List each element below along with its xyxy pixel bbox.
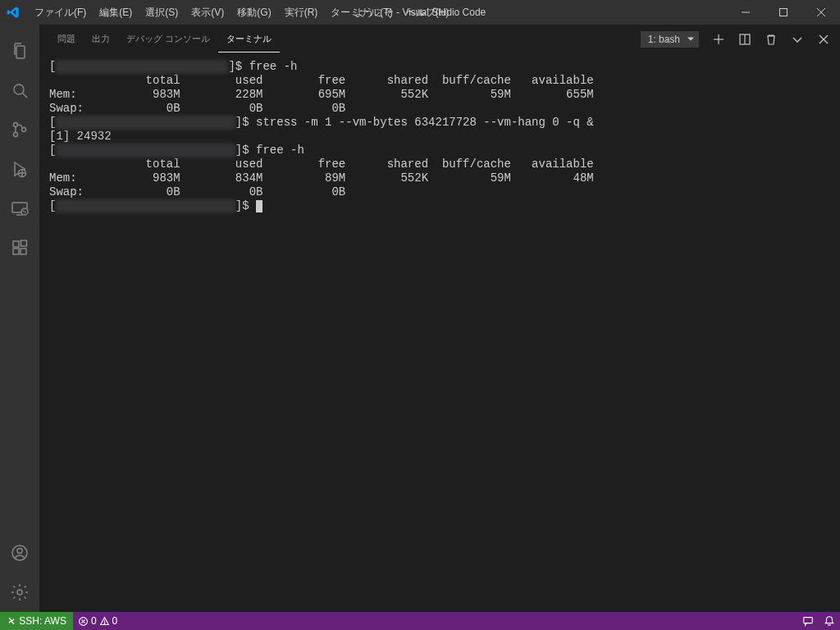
feedback-icon[interactable] xyxy=(797,615,819,627)
panel-actions: 1: bash xyxy=(641,33,830,46)
remote-explorer-icon[interactable] xyxy=(0,189,39,228)
svg-rect-16 xyxy=(13,249,19,254)
menu-run[interactable]: 実行(R) xyxy=(278,2,325,24)
vscode-logo-icon xyxy=(7,6,20,19)
terminal-select-value: 1: bash xyxy=(641,31,699,48)
explorer-icon[interactable] xyxy=(0,31,39,71)
search-icon[interactable] xyxy=(0,71,39,110)
panel-tabs: 問題 出力 デバッグ コンソール ターミナル xyxy=(49,26,280,52)
menu-edit[interactable]: 編集(E) xyxy=(93,2,139,24)
terminal-cursor xyxy=(256,200,262,212)
redacted-host: . xyxy=(56,60,228,74)
status-bar: SSH: AWS 0 0 xyxy=(0,612,840,630)
terminal-select[interactable]: 1: bash xyxy=(641,33,699,45)
panel-area: 問題 出力 デバッグ コンソール ターミナル 1: bash xyxy=(39,25,840,612)
terminal-body[interactable]: [ .]$ free -h total used free shared buf… xyxy=(39,53,840,612)
tab-problems[interactable]: 問題 xyxy=(49,26,84,52)
menu-view[interactable]: 表示(V) xyxy=(185,2,231,24)
svg-point-20 xyxy=(17,549,22,554)
svg-point-4 xyxy=(14,84,24,94)
svg-point-14 xyxy=(21,208,28,215)
svg-line-5 xyxy=(23,94,28,98)
run-debug-icon[interactable] xyxy=(0,149,39,189)
problems-status[interactable]: 0 0 xyxy=(73,615,122,627)
error-count: 0 xyxy=(91,615,97,627)
window-controls xyxy=(727,0,840,25)
kill-terminal-icon[interactable] xyxy=(765,33,778,46)
accounts-icon[interactable] xyxy=(0,533,39,573)
svg-point-32 xyxy=(104,623,105,623)
new-terminal-icon[interactable] xyxy=(712,33,725,46)
split-terminal-icon[interactable] xyxy=(738,33,751,46)
svg-rect-33 xyxy=(804,618,813,623)
titlebar: ファイル(F) 編集(E) 選択(S) 表示(V) 移動(G) 実行(R) ター… xyxy=(0,0,840,25)
svg-point-6 xyxy=(14,123,18,127)
remote-icon xyxy=(7,616,16,626)
menu-file[interactable]: ファイル(F) xyxy=(28,2,93,24)
maximize-button[interactable] xyxy=(765,0,802,25)
notifications-icon[interactable] xyxy=(819,615,840,627)
svg-rect-1 xyxy=(780,9,788,16)
chevron-down-icon[interactable] xyxy=(791,33,804,46)
warning-icon xyxy=(99,616,110,627)
remote-label: SSH: AWS xyxy=(19,615,66,627)
settings-gear-icon[interactable] xyxy=(0,573,39,612)
close-button[interactable] xyxy=(802,0,840,25)
redacted-host xyxy=(56,199,235,213)
svg-point-8 xyxy=(22,128,26,132)
svg-point-7 xyxy=(14,133,18,137)
redacted-host xyxy=(56,116,235,130)
redacted-host xyxy=(56,144,235,158)
main-area: 問題 出力 デバッグ コンソール ターミナル 1: bash xyxy=(0,25,840,612)
activity-bar xyxy=(0,25,39,612)
tab-output[interactable]: 出力 xyxy=(84,26,118,52)
remote-indicator[interactable]: SSH: AWS xyxy=(0,612,73,630)
panel-header: 問題 出力 デバッグ コンソール ターミナル 1: bash xyxy=(39,25,840,53)
window-title: ようこそ - Visual Studio Code xyxy=(354,6,486,20)
tab-debug-console[interactable]: デバッグ コンソール xyxy=(118,26,218,52)
source-control-icon[interactable] xyxy=(0,110,39,149)
svg-point-21 xyxy=(17,590,22,595)
svg-rect-15 xyxy=(13,241,19,247)
menu-go[interactable]: 移動(G) xyxy=(231,2,277,24)
svg-rect-18 xyxy=(21,240,27,246)
tab-terminal[interactable]: ターミナル xyxy=(218,26,280,52)
extensions-icon[interactable] xyxy=(0,228,39,267)
warning-count: 0 xyxy=(112,615,118,627)
error-icon xyxy=(78,616,89,627)
svg-rect-17 xyxy=(21,249,26,254)
menu-selection[interactable]: 選択(S) xyxy=(139,2,185,24)
close-panel-icon[interactable] xyxy=(817,33,830,46)
minimize-button[interactable] xyxy=(727,0,765,25)
